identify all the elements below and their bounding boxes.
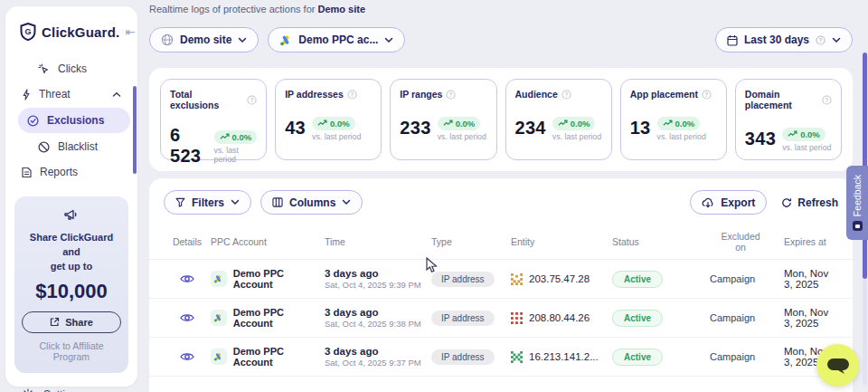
table-header-row: Details PPC Account Time Type Entity Sta… bbox=[149, 229, 853, 260]
sidebar-item-clicks[interactable]: Clicks bbox=[29, 57, 130, 81]
sidebar: G ClickGuard. ⇤ Clicks Threat Exclusio bbox=[5, 6, 137, 387]
selectors-row: Demo site Demo PPC ac... Last 30 days ? bbox=[149, 27, 853, 53]
sidebar-menu: Clicks Threat Exclusions Blacklist bbox=[5, 57, 137, 184]
chevron-down-icon bbox=[832, 37, 841, 43]
time-cell: 3 days ago Sat, Oct 4, 2025 9:39 PM bbox=[325, 268, 431, 290]
type-badge: IP address bbox=[431, 349, 495, 365]
table-toolbar: Filters Columns Export bbox=[149, 190, 853, 215]
affiliate-promo-card[interactable]: Share ClickGuard and get up to $10,000 S… bbox=[14, 196, 128, 373]
logo: G ClickGuard. ⇤ bbox=[5, 6, 137, 55]
details-eye-icon[interactable] bbox=[164, 312, 211, 323]
subtitle-site-name: Demo site bbox=[317, 4, 365, 14]
status-badge: Active bbox=[612, 271, 663, 288]
columns-icon bbox=[272, 197, 283, 207]
details-eye-icon[interactable] bbox=[164, 351, 211, 362]
entity-identicon bbox=[511, 273, 523, 285]
svg-text:?: ? bbox=[564, 91, 568, 97]
site-selector[interactable]: Demo site bbox=[149, 27, 259, 53]
ppc-account-selector[interactable]: Demo PPC ac... bbox=[268, 27, 405, 53]
stat-label: Total exclusions bbox=[170, 89, 243, 110]
svg-text:?: ? bbox=[704, 91, 708, 97]
col-header-status: Status bbox=[612, 236, 710, 247]
stat-subtext: vs. last period bbox=[782, 143, 831, 152]
calendar-icon bbox=[727, 34, 738, 46]
affiliate-link[interactable]: Click to Affiliate Program bbox=[22, 340, 121, 362]
google-ads-icon bbox=[211, 349, 227, 365]
status-badge: Active bbox=[612, 310, 663, 327]
filter-icon bbox=[175, 197, 185, 207]
stat-card-audience: Audience? 234 0.0% vs. last period bbox=[505, 79, 612, 160]
col-header-details: Details bbox=[164, 236, 211, 247]
site-selector-value: Demo site bbox=[180, 33, 231, 46]
details-eye-icon[interactable] bbox=[164, 273, 211, 284]
chevron-down-icon bbox=[231, 199, 240, 206]
ppc-account-cell: Demo PPC Account bbox=[211, 268, 325, 290]
sidebar-item-threat[interactable]: Threat bbox=[13, 82, 130, 106]
sidebar-collapse-icon[interactable]: ⇤ bbox=[125, 25, 135, 39]
stat-subtext: vs. last period bbox=[657, 132, 706, 141]
chevron-down-icon bbox=[384, 37, 393, 43]
document-icon bbox=[22, 167, 32, 178]
brand-name: ClickGuard. bbox=[42, 24, 119, 40]
stat-card-ip-addresses: IP addresses? 43 0.0% vs. last period bbox=[275, 79, 382, 160]
stat-value: 234 bbox=[515, 118, 546, 139]
sidebar-item-blacklist[interactable]: Blacklist bbox=[29, 135, 130, 158]
page-scrollbar-track[interactable] bbox=[863, 279, 867, 386]
gear-icon bbox=[22, 388, 34, 392]
col-header-type: Type bbox=[431, 236, 511, 247]
share-button[interactable]: Share bbox=[22, 311, 121, 333]
ppc-selector-value: Demo PPC ac... bbox=[298, 33, 378, 46]
entity-cell: 208.80.44.26 bbox=[511, 312, 612, 324]
col-header-expires-at: Expires at bbox=[784, 236, 838, 247]
columns-button[interactable]: Columns bbox=[260, 190, 363, 215]
refresh-button[interactable]: Refresh bbox=[781, 196, 838, 209]
table-row[interactable]: Demo PPC Account 3 days ago Sat, Oct 4, … bbox=[149, 299, 853, 338]
sidebar-item-label: Reports bbox=[40, 166, 78, 178]
stats-panel: Total exclusions? 6 523 0.0% vs. last pe… bbox=[149, 68, 853, 171]
chat-launcher-button[interactable] bbox=[816, 344, 859, 387]
speech-bubble-icon bbox=[826, 356, 850, 376]
stat-subtext: vs. last period bbox=[438, 132, 486, 141]
stat-label: Domain placement bbox=[745, 89, 818, 110]
feedback-label: Feedback bbox=[852, 175, 863, 216]
sidebar-item-reports[interactable]: Reports bbox=[13, 160, 130, 184]
sidebar-item-label: Blacklist bbox=[58, 140, 98, 153]
external-link-icon bbox=[50, 317, 60, 327]
excluded-on-cell: Campaign bbox=[710, 273, 784, 284]
svg-text:?: ? bbox=[250, 96, 254, 102]
col-header-time: Time bbox=[325, 236, 431, 247]
svg-text:?: ? bbox=[826, 96, 829, 102]
page-subtitle: Realtime logs of protective actions for … bbox=[149, 4, 365, 14]
excluded-on-cell: Campaign bbox=[710, 312, 784, 323]
svg-text:?: ? bbox=[819, 36, 823, 43]
expires-at-cell: Mon, Nov 3, 2025 bbox=[784, 268, 838, 290]
delta-badge: 0.0% bbox=[657, 117, 701, 130]
help-circle-icon: ? bbox=[702, 90, 712, 100]
sidebar-item-settings[interactable]: Settings bbox=[5, 380, 137, 392]
stat-subtext: vs. last period bbox=[312, 132, 361, 141]
export-button[interactable]: Export bbox=[690, 190, 767, 215]
stat-value: 13 bbox=[630, 118, 651, 139]
table-row[interactable]: Demo PPC Account 3 days ago Sat, Oct 4, … bbox=[149, 260, 853, 299]
sidebar-scrollbar[interactable] bbox=[133, 86, 137, 174]
stat-value: 233 bbox=[400, 118, 430, 139]
table-row[interactable]: 3 days ago bbox=[149, 377, 853, 392]
stat-value: 6 523 bbox=[170, 125, 208, 167]
clickguard-shield-icon: G bbox=[20, 23, 36, 41]
globe-icon bbox=[161, 33, 174, 46]
expires-at-cell: Mon, Nov 3, 2025 bbox=[784, 307, 838, 329]
date-range-selector[interactable]: Last 30 days ? bbox=[715, 27, 853, 53]
help-circle-icon: ? bbox=[247, 95, 257, 105]
sidebar-item-exclusions[interactable]: Exclusions bbox=[18, 108, 130, 133]
table-row[interactable]: Demo PPC Account 3 days ago Sat, Oct 4, … bbox=[149, 338, 853, 377]
col-header-excluded-on: Excluded on bbox=[721, 231, 784, 253]
filters-button[interactable]: Filters bbox=[164, 190, 251, 215]
blocked-icon bbox=[38, 141, 50, 153]
logs-panel: Filters Columns Export bbox=[149, 178, 853, 392]
type-badge: IP address bbox=[431, 272, 495, 287]
check-circle-icon bbox=[27, 115, 39, 127]
status-badge: Active bbox=[612, 349, 663, 366]
export-cloud-icon bbox=[702, 197, 714, 208]
feedback-tab[interactable]: Feedback bbox=[846, 166, 868, 240]
stat-label: Audience bbox=[515, 89, 558, 100]
